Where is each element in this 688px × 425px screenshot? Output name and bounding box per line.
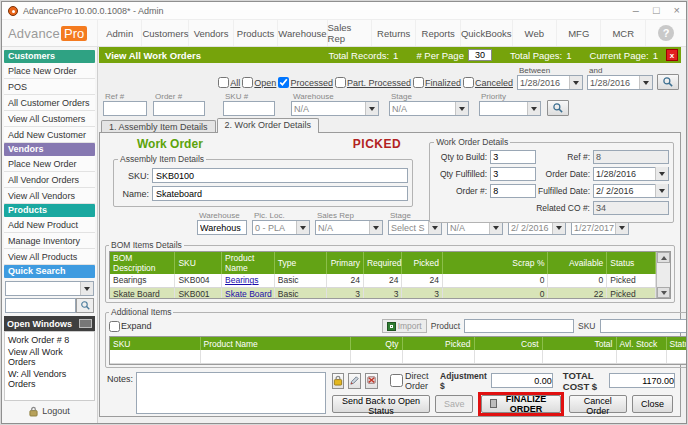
- status-checkbox[interactable]: [278, 77, 289, 88]
- chevron-down-icon[interactable]: [569, 76, 582, 89]
- status-checkbox[interactable]: [463, 77, 474, 88]
- open-window-item[interactable]: Work Order # 8: [7, 334, 92, 346]
- sidebar-item[interactable]: POS: [4, 79, 95, 95]
- qty-to-build-input[interactable]: [490, 150, 536, 164]
- table-row[interactable]: Skate Board SKB001 Skate Board Basic 3 3…: [110, 287, 656, 298]
- sidebar-item[interactable]: All Customer Orders: [4, 95, 95, 111]
- date-from-select[interactable]: 1/28/2016: [517, 75, 583, 90]
- bom-col-product[interactable]: Product Name: [222, 252, 275, 274]
- sidebar-item[interactable]: View All Products: [4, 249, 95, 265]
- menu-item[interactable]: Products: [234, 20, 278, 46]
- status-label[interactable]: Open: [254, 78, 276, 88]
- status-label[interactable]: Processed: [290, 78, 333, 88]
- menu-item[interactable]: MCR: [601, 20, 645, 46]
- window-list-icon[interactable]: [79, 319, 92, 328]
- close-page-button[interactable]: x: [666, 49, 678, 61]
- send-back-button[interactable]: Send Back to Open Status: [332, 395, 430, 413]
- chevron-down-icon[interactable]: [296, 221, 309, 234]
- chevron-down-icon[interactable]: [369, 221, 382, 234]
- sidebar-item[interactable]: Place New Order: [4, 156, 95, 172]
- assembly-name-input[interactable]: [152, 186, 408, 201]
- table-row[interactable]: Bearings SKB004 Bearings Basic 24 24 24 …: [110, 274, 656, 287]
- sidebar-item[interactable]: Add New Product: [4, 217, 95, 233]
- additional-sku-input[interactable]: [600, 319, 688, 333]
- per-page-input[interactable]: [468, 49, 492, 61]
- logout-button[interactable]: Logout: [4, 401, 95, 421]
- menu-item[interactable]: Returns: [372, 20, 416, 46]
- menu-item[interactable]: Sales Rep: [328, 20, 372, 46]
- lock-notes-button[interactable]: [332, 373, 344, 389]
- sidebar-item[interactable]: Manage Inventory: [4, 233, 95, 249]
- status-checkbox[interactable]: [242, 77, 253, 88]
- quick-search-button[interactable]: [76, 298, 94, 313]
- close-button[interactable]: ×: [674, 5, 680, 16]
- date-to-select[interactable]: 1/28/2016: [587, 75, 653, 90]
- sidebar-item[interactable]: View All Customers: [4, 111, 95, 127]
- bom-col-required[interactable]: Required: [363, 252, 402, 274]
- bom-col-sku[interactable]: SKU: [175, 252, 222, 274]
- sidebar-item[interactable]: Add New Customer: [4, 127, 95, 143]
- status-label[interactable]: Canceled: [475, 78, 513, 88]
- sidebar-item[interactable]: View All Vendors: [4, 188, 95, 204]
- order-number-input[interactable]: [490, 184, 536, 198]
- status-checkbox[interactable]: [218, 77, 229, 88]
- sidebar-item[interactable]: All Vendor Orders: [4, 172, 95, 188]
- chevron-down-icon[interactable]: [655, 167, 668, 180]
- order-filter-input[interactable]: [153, 101, 205, 116]
- assembly-sku-input[interactable]: [152, 168, 408, 183]
- ref-filter-input[interactable]: [103, 101, 147, 116]
- quick-search-type-select[interactable]: [5, 281, 94, 296]
- quick-search-input[interactable]: [5, 298, 76, 313]
- menu-item[interactable]: QuickBooks: [461, 20, 513, 46]
- qty-fulfilled-input[interactable]: [490, 167, 536, 181]
- menu-item[interactable]: Warehouse: [278, 20, 327, 46]
- fulfilled-date-select[interactable]: 2/ 2/2016: [593, 184, 669, 198]
- menu-item[interactable]: MFG: [557, 20, 601, 46]
- chevron-down-icon[interactable]: [80, 282, 93, 295]
- status-label[interactable]: Part. Processed: [347, 78, 411, 88]
- bom-scrollbar[interactable]: [656, 252, 670, 298]
- pic-loc-select[interactable]: 0 - PLA: [252, 220, 310, 235]
- menu-item[interactable]: Admin: [98, 20, 142, 46]
- clear-notes-button[interactable]: [365, 373, 378, 389]
- open-window-item[interactable]: W: All Vendors Orders: [7, 368, 92, 390]
- help-icon[interactable]: ?: [658, 25, 674, 41]
- save-button[interactable]: Save: [435, 395, 474, 413]
- filter-search-button[interactable]: [547, 100, 569, 116]
- status-label[interactable]: All: [230, 78, 240, 88]
- menu-item[interactable]: Vendors: [189, 20, 233, 46]
- tab-work-order-details[interactable]: 2. Work Order Details: [217, 118, 319, 133]
- stage-filter-select[interactable]: N/A: [389, 101, 469, 116]
- sales-rep-select[interactable]: N/A: [315, 220, 383, 235]
- date-search-button[interactable]: [657, 74, 679, 90]
- menu-item[interactable]: Web: [513, 20, 557, 46]
- order-date-select[interactable]: 1/28/2016: [593, 167, 669, 181]
- warehouse-filter-select[interactable]: N/A: [291, 101, 379, 116]
- chevron-down-icon[interactable]: [455, 102, 468, 115]
- expand-checkbox[interactable]: [109, 321, 120, 332]
- chevron-down-icon[interactable]: [365, 102, 378, 115]
- sku-filter-input[interactable]: [223, 101, 275, 116]
- bom-col-type[interactable]: Type: [274, 252, 327, 274]
- warehouse-input[interactable]: [197, 220, 247, 235]
- status-checkbox[interactable]: [413, 77, 424, 88]
- menu-item[interactable]: Reports: [416, 20, 460, 46]
- bom-product-link[interactable]: Bearings: [222, 274, 275, 287]
- priority-filter-select[interactable]: [479, 101, 541, 116]
- chevron-down-icon[interactable]: [655, 184, 668, 197]
- sidebar-item[interactable]: Place New Order: [4, 63, 95, 79]
- chevron-down-icon[interactable]: [639, 76, 652, 89]
- status-checkbox[interactable]: [335, 77, 346, 88]
- edit-notes-button[interactable]: [348, 373, 361, 389]
- scroll-up-icon[interactable]: [657, 252, 670, 263]
- import-button[interactable]: Import: [382, 319, 427, 333]
- help-button[interactable]: ?: [646, 20, 686, 46]
- bom-product-link[interactable]: Skate Board: [222, 287, 275, 298]
- bom-col-scrap[interactable]: Scrap %: [443, 252, 548, 274]
- bom-col-desc[interactable]: BOM Description: [110, 252, 175, 274]
- finalize-order-button[interactable]: FINALIZE ORDER: [481, 395, 560, 413]
- status-label[interactable]: Finalized: [425, 78, 461, 88]
- direct-order-checkbox[interactable]: [390, 374, 403, 387]
- cancel-order-button[interactable]: Cancel Order: [569, 395, 627, 413]
- close-panel-button[interactable]: Close: [632, 395, 673, 413]
